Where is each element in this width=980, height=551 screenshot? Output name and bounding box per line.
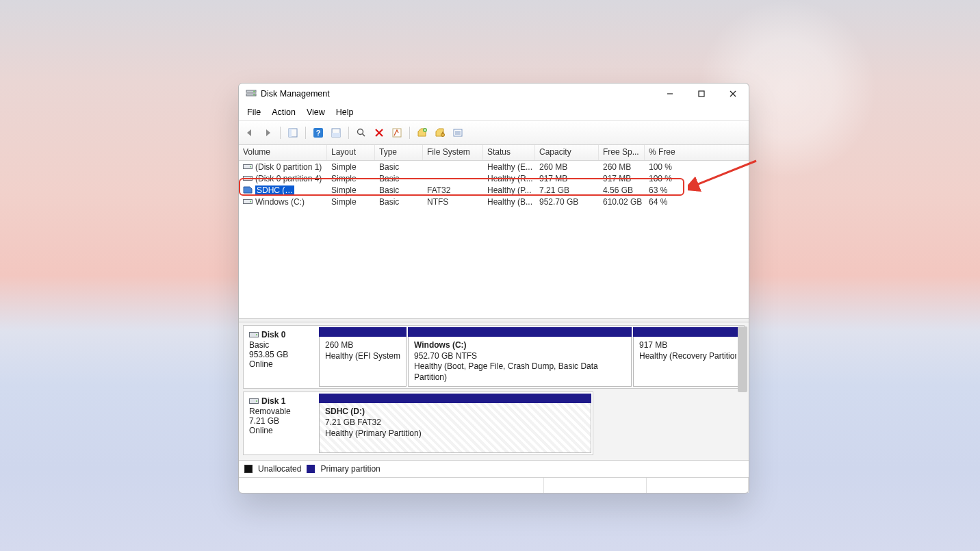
disk1-partition-sdhc[interactable]: SDHC (D:) 7.21 GB FAT32 Healthy (Primary…	[319, 394, 591, 453]
list-button[interactable]	[451, 126, 465, 140]
svg-line-15	[363, 134, 365, 137]
titlebar[interactable]: Disk Management	[239, 84, 749, 104]
volume-row[interactable]: Windows (C:) Simple Basic NTFS Healthy (…	[239, 196, 749, 207]
status-bar	[239, 477, 749, 493]
volume-list[interactable]: (Disk 0 partition 1) Simple Basic Health…	[239, 161, 749, 318]
menu-action[interactable]: Action	[266, 106, 301, 118]
minimize-button[interactable]	[654, 84, 686, 104]
svg-point-2	[253, 91, 255, 92]
volume-row[interactable]: (Disk 0 partition 1) Simple Basic Health…	[239, 161, 749, 172]
disk0-partition-1[interactable]: 260 MB Healthy (EFI System P	[319, 327, 407, 387]
col-capacity[interactable]: Capacity	[535, 145, 599, 160]
close-button[interactable]	[717, 84, 749, 104]
col-layout[interactable]: Layout	[327, 145, 375, 160]
properties-button[interactable]	[390, 126, 404, 140]
svg-rect-5	[699, 91, 704, 97]
show-hide-console-tree-button[interactable]	[286, 126, 300, 140]
separator	[305, 127, 306, 139]
menu-view[interactable]: View	[301, 106, 331, 118]
volume-row-selected[interactable]: SDHC (… Simple Basic FAT32 Healthy (P...…	[239, 184, 749, 196]
svg-point-14	[358, 129, 363, 135]
volume-row[interactable]: (Disk 0 partition 4) Simple Basic Health…	[239, 172, 749, 184]
separator	[280, 127, 281, 139]
col-type[interactable]: Type	[375, 145, 423, 160]
svg-point-33	[256, 334, 257, 335]
svg-point-27	[250, 166, 251, 168]
back-button[interactable]	[243, 126, 257, 140]
disk-0-group[interactable]: Disk 0 Basic 953.85 GB Online 260 MB Hea…	[243, 325, 745, 389]
svg-text:?: ?	[316, 129, 321, 137]
drive-icon	[243, 175, 253, 182]
window-controls	[654, 84, 749, 104]
disk-1-info[interactable]: Disk 1 Removable 7.21 GB Online	[244, 392, 318, 454]
new-volume-button[interactable]	[415, 126, 429, 140]
sd-card-icon	[243, 186, 253, 194]
disk0-partition-windows[interactable]: Windows (C:) 952.70 GB NTFS Healthy (Boo…	[408, 327, 632, 387]
disk-mgmt-icon	[246, 88, 257, 99]
disk-graphical-view: Disk 0 Basic 953.85 GB Online 260 MB Hea…	[239, 322, 749, 460]
separator	[348, 127, 349, 139]
volume-columns-header[interactable]: Volume Layout Type File System Status Ca…	[239, 145, 749, 161]
primary-swatch	[307, 465, 315, 473]
svg-rect-13	[332, 133, 340, 137]
separator	[409, 127, 410, 139]
svg-rect-9	[289, 129, 292, 137]
window-title: Disk Management	[261, 89, 330, 99]
explore-button[interactable]	[354, 126, 368, 140]
menu-file[interactable]: File	[242, 106, 266, 118]
maximize-button[interactable]	[686, 84, 717, 104]
svg-rect-21	[442, 132, 443, 134]
disk-management-window: Disk Management File Action View Help ?	[238, 83, 749, 494]
toolbar: ?	[239, 120, 749, 145]
col-free[interactable]: Free Sp...	[599, 145, 645, 160]
drive-icon	[243, 198, 253, 205]
menu-help[interactable]: Help	[331, 106, 359, 118]
scrollbar-thumb[interactable]	[738, 326, 747, 392]
disk-0-info[interactable]: Disk 0 Basic 953.85 GB Online	[244, 326, 318, 388]
disk-1-group[interactable]: Disk 1 Removable 7.21 GB Online SDHC (D:…	[243, 392, 593, 455]
security-button[interactable]	[433, 126, 447, 140]
delete-button[interactable]	[372, 126, 386, 140]
svg-point-35	[256, 400, 257, 402]
col-pctfree[interactable]: % Free	[645, 145, 749, 160]
col-filesystem[interactable]: File System	[423, 145, 483, 160]
svg-point-29	[250, 178, 251, 179]
col-status[interactable]: Status	[483, 145, 535, 160]
menubar: File Action View Help	[239, 104, 749, 120]
removable-icon	[249, 397, 259, 405]
svg-point-31	[250, 201, 251, 203]
hdd-icon	[249, 331, 259, 339]
help-button[interactable]: ?	[311, 126, 325, 140]
svg-point-3	[253, 94, 255, 96]
disk0-partition-recovery[interactable]: 917 MB Healthy (Recovery Partition)	[633, 327, 743, 387]
view-settings-button[interactable]	[329, 126, 343, 140]
col-volume[interactable]: Volume	[239, 145, 327, 160]
legend: Unallocated Primary partition	[239, 460, 749, 477]
forward-button[interactable]	[261, 126, 274, 140]
unallocated-swatch	[244, 465, 253, 473]
drive-icon	[243, 163, 253, 170]
